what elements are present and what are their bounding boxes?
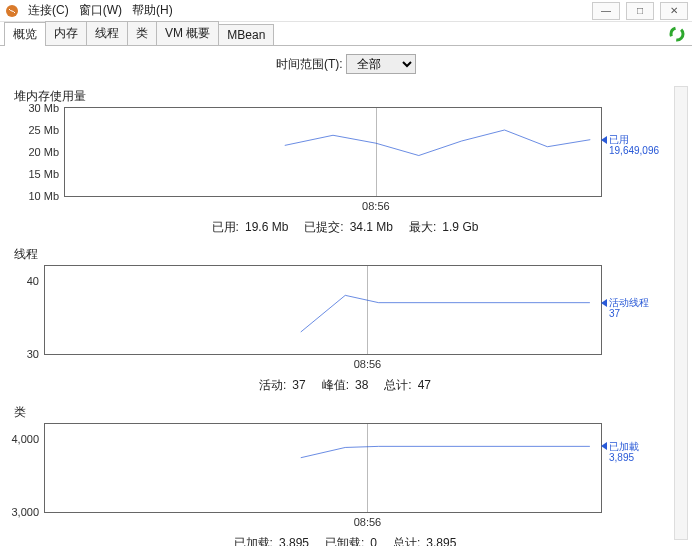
y-tick: 3,000 [11, 506, 45, 518]
series-line [65, 108, 601, 196]
tab-overview[interactable]: 概览 [4, 22, 46, 46]
y-tick: 10 Mb [11, 190, 65, 202]
tab-memory[interactable]: 内存 [45, 21, 87, 45]
tabbar: 概览 内存 线程 类 VM 概要 MBean [0, 22, 692, 46]
plot-area: 3,0004,00008:56已加載3,895 [44, 423, 602, 513]
panel-title-classes: 类 [14, 404, 670, 421]
y-tick: 20 Mb [11, 146, 65, 158]
stat-value: 0 [370, 536, 377, 546]
x-tick: 08:56 [354, 516, 382, 528]
tab-classes[interactable]: 类 [127, 21, 157, 45]
stat-label: 总计: [384, 378, 411, 392]
y-tick: 4,000 [11, 433, 45, 445]
activity-icon [668, 25, 686, 43]
stat-value: 34.1 Mb [350, 220, 393, 234]
stat-value: 47 [418, 378, 431, 392]
stat-value: 38 [355, 378, 368, 392]
series-line [45, 266, 601, 354]
y-tick: 40 [11, 275, 45, 287]
series-line [45, 424, 601, 512]
stats-threads: 活动:37峰值:38总计:47 [4, 375, 670, 402]
chart-heap: 10 Mb15 Mb20 Mb25 Mb30 Mb08:56已用19,649,0… [10, 107, 664, 217]
y-tick: 25 Mb [11, 124, 65, 136]
window-close-button[interactable]: ✕ [660, 2, 688, 20]
stat-label: 已卸载: [325, 536, 364, 546]
stat-label: 峰值: [322, 378, 349, 392]
stat-label: 总计: [393, 536, 420, 546]
time-range-row: 时间范围(T): 全部 [0, 46, 692, 80]
stat-label: 活动: [259, 378, 286, 392]
chart-threads: 304008:56活动线程37 [10, 265, 664, 375]
time-range-label: 时间范围(T): [276, 57, 343, 71]
panel-title-heap: 堆内存使用量 [14, 88, 670, 105]
stat-value: 3,895 [426, 536, 456, 546]
plot-area: 304008:56活动线程37 [44, 265, 602, 355]
menu-connect[interactable]: 连接(C) [24, 0, 73, 21]
time-range-select[interactable]: 全部 [346, 54, 416, 74]
stat-label: 已加载: [234, 536, 273, 546]
stats-heap: 已用:19.6 Mb已提交:34.1 Mb最大:1.9 Gb [4, 217, 670, 244]
y-tick: 30 [11, 348, 45, 360]
stat-label: 已提交: [304, 220, 343, 234]
stat-label: 最大: [409, 220, 436, 234]
plot-area: 10 Mb15 Mb20 Mb25 Mb30 Mb08:56已用19,649,0… [64, 107, 602, 197]
stat-label: 已用: [212, 220, 239, 234]
y-tick: 30 Mb [11, 102, 65, 114]
stat-value: 3,895 [279, 536, 309, 546]
window-minimize-button[interactable]: — [592, 2, 620, 20]
stats-classes: 已加载:3,895已卸载:0总计:3,895 [4, 533, 670, 546]
y-tick: 15 Mb [11, 168, 65, 180]
panel-title-threads: 线程 [14, 246, 670, 263]
menubar: 连接(C) 窗口(W) 帮助(H) — □ ✕ [0, 0, 692, 22]
stat-value: 19.6 Mb [245, 220, 288, 234]
tab-threads[interactable]: 线程 [86, 21, 128, 45]
stat-value: 1.9 Gb [442, 220, 478, 234]
java-icon [4, 3, 20, 19]
series-annotation: 活动线程37 [601, 297, 649, 319]
x-tick: 08:56 [354, 358, 382, 370]
tab-mbean[interactable]: MBean [218, 24, 274, 45]
x-tick: 08:56 [362, 200, 390, 212]
panels: 堆内存使用量10 Mb15 Mb20 Mb25 Mb30 Mb08:56已用19… [4, 86, 670, 546]
stat-value: 37 [292, 378, 305, 392]
series-annotation: 已加載3,895 [601, 441, 639, 463]
menu-window[interactable]: 窗口(W) [75, 0, 126, 21]
chart-classes: 3,0004,00008:56已加載3,895 [10, 423, 664, 533]
series-annotation: 已用19,649,096 [601, 134, 659, 156]
vertical-scrollbar[interactable] [674, 86, 688, 540]
menu-help[interactable]: 帮助(H) [128, 0, 177, 21]
window-maximize-button[interactable]: □ [626, 2, 654, 20]
svg-point-1 [671, 28, 683, 40]
tab-vm[interactable]: VM 概要 [156, 21, 219, 45]
